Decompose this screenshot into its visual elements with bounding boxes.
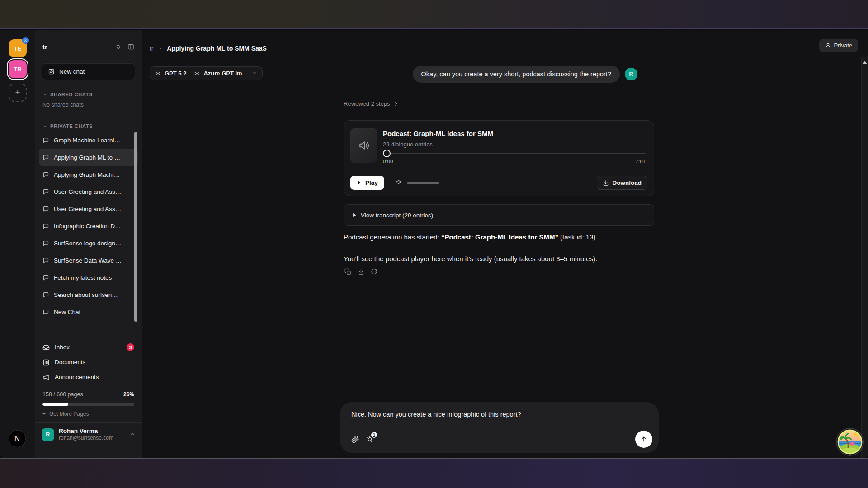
connector-count-badge: 1 <box>370 431 378 439</box>
download-label: Download <box>613 179 642 186</box>
time-current: 0:00 <box>383 159 393 164</box>
chat-title: User Greeting and Ass… <box>54 188 121 195</box>
documents-icon <box>42 359 50 366</box>
primary-model-label: GPT 5.2 <box>165 70 186 77</box>
user-message-row: Okay, can you create a very short, podca… <box>344 66 637 83</box>
chat-list-item[interactable]: User Greeting and Ass… <box>39 183 138 200</box>
user-profile-row[interactable]: R Rohan Verma rohan@surfsense.com <box>35 422 142 441</box>
page-title: Applying Graph ML to SMM SaaS <box>167 45 267 52</box>
chat-bubble-icon <box>42 240 49 247</box>
caret-right-icon <box>353 213 356 217</box>
scroll-up-arrow-icon[interactable] <box>863 61 867 64</box>
workspace-button-tr-active[interactable]: TR <box>9 60 27 78</box>
sidebar-scrollbar-thumb[interactable] <box>134 132 137 322</box>
copy-icon[interactable] <box>344 268 351 275</box>
chat-bubble-icon <box>42 274 49 281</box>
volume-slider[interactable] <box>407 182 439 184</box>
play-button[interactable]: Play <box>350 176 384 190</box>
text: Podcast generation has started: <box>344 233 441 241</box>
private-chats-section-header[interactable]: PRIVATE CHATS <box>35 122 142 131</box>
connectors-button[interactable]: 1 <box>366 436 374 445</box>
shared-chats-section-header[interactable]: SHARED CHATS <box>35 90 142 99</box>
get-more-pages-button[interactable]: + Get More Pages <box>42 410 134 418</box>
regenerate-icon[interactable] <box>371 268 377 275</box>
new-chat-button[interactable]: New chat <box>42 63 135 80</box>
chat-bubble-icon <box>42 137 49 144</box>
chat-list-item[interactable]: Fetch my latest notes <box>39 269 138 286</box>
chat-bubble-icon <box>42 223 49 230</box>
chat-list-item[interactable]: SurfSense Data Wave … <box>39 252 138 269</box>
sidebar-header: tr <box>35 30 142 59</box>
chat-bubble-icon <box>42 291 49 298</box>
podcast-player-card: Podcast: Graph-ML Ideas for SMM 29 dialo… <box>344 120 654 196</box>
chat-list-item[interactable]: User Greeting and Ass… <box>39 200 138 217</box>
reviewed-steps-toggle[interactable]: Reviewed 2 steps <box>344 100 399 107</box>
model-selector[interactable]: GPT 5.2 Azure GPT Im… <box>150 66 263 80</box>
nextjs-dev-logo[interactable]: N <box>9 430 26 447</box>
top-decorative-band <box>0 0 868 29</box>
view-transcript-expander[interactable]: View transcript (29 entries) <box>344 204 654 226</box>
sidebar-item-announcements[interactable]: Announcements <box>35 370 142 385</box>
island-extension-badge[interactable] <box>837 429 863 455</box>
pages-used-label: 158 / 600 pages <box>42 391 83 398</box>
user-avatar: R <box>42 428 54 441</box>
chat-list-item[interactable]: Infographic Creation D… <box>39 217 138 235</box>
nav-label: Inbox <box>55 344 70 351</box>
chat-title: Applying Graph Machi… <box>54 171 120 178</box>
add-workspace-button[interactable]: + <box>9 84 27 102</box>
compose-icon <box>48 68 55 75</box>
attach-file-button[interactable] <box>351 436 359 445</box>
speaker-icon <box>358 140 370 151</box>
composer-input[interactable]: Nice. Now can you create a nice infograp… <box>351 411 647 418</box>
chat-title: New Chat <box>54 309 80 315</box>
main-scrollbar[interactable] <box>861 57 868 458</box>
sidebar-item-inbox[interactable]: Inbox 3 <box>35 340 142 355</box>
workspace-initials: TE <box>14 45 22 52</box>
chat-list-item[interactable]: Applying Graph Machi… <box>39 166 138 183</box>
sidebar-toggle-icon[interactable] <box>127 43 134 50</box>
nav-label: Announcements <box>55 374 99 380</box>
chat-list-item[interactable]: New Chat <box>39 303 138 320</box>
people-icon <box>24 38 28 42</box>
chat-list-item[interactable]: Graph Machine Learni… <box>39 131 138 149</box>
chevron-right-icon <box>157 46 163 51</box>
section-label: SHARED CHATS <box>50 92 93 97</box>
seek-slider[interactable] <box>383 150 646 157</box>
chevron-up-icon <box>129 431 135 437</box>
chat-list-item-active[interactable]: Applying Graph ML to … <box>39 149 138 166</box>
user-name: Rohan Verma <box>59 427 113 435</box>
workspace-switcher-icon[interactable] <box>115 43 122 50</box>
assistant-message-line: Podcast generation has started: “Podcast… <box>344 233 660 242</box>
inbox-icon <box>42 344 50 351</box>
chat-list-item[interactable]: SurfSense logo design… <box>39 235 138 252</box>
workspace-rail: TE TR + N <box>0 30 35 458</box>
visibility-private-button[interactable]: Private <box>819 39 858 52</box>
user-message-bubble: Okay, can you create a very short, podca… <box>413 66 620 83</box>
send-button[interactable] <box>635 431 652 448</box>
openai-icon <box>194 70 200 76</box>
seek-knob[interactable] <box>383 150 391 157</box>
sidebar: tr New chat SHARED CHATS No shared chats… <box>35 30 142 458</box>
logo-letter: N <box>14 434 20 443</box>
user-email: rohan@surfsense.com <box>59 435 113 441</box>
screen: TE TR + N tr <box>0 0 868 488</box>
user-message-avatar: R <box>625 68 637 80</box>
seek-track[interactable] <box>387 153 646 154</box>
workspace-button-te[interactable]: TE <box>9 39 27 57</box>
chat-bubble-icon <box>42 154 49 161</box>
volume-mute-toggle[interactable] <box>395 178 402 188</box>
podcast-thumbnail <box>350 128 377 163</box>
download-button[interactable]: Download <box>597 176 648 190</box>
chat-list-item[interactable]: Search about surfsen… <box>39 286 138 303</box>
chat-bubble-icon <box>42 171 49 178</box>
plus-icon: + <box>42 411 46 417</box>
download-icon[interactable] <box>358 268 364 275</box>
sidebar-item-documents[interactable]: Documents <box>35 355 142 370</box>
top-bar: tr Applying Graph ML to SMM SaaS Private <box>142 30 868 56</box>
secondary-model-label: Azure GPT Im… <box>203 70 248 77</box>
chat-title: SurfSense Data Wave … <box>54 257 122 264</box>
chat-list: Graph Machine Learni… Applying Graph ML … <box>35 131 142 320</box>
openai-icon <box>155 70 161 76</box>
message-composer[interactable]: Nice. Now can you create a nice infograp… <box>340 402 659 453</box>
breadcrumb-workspace[interactable]: tr <box>150 45 153 52</box>
